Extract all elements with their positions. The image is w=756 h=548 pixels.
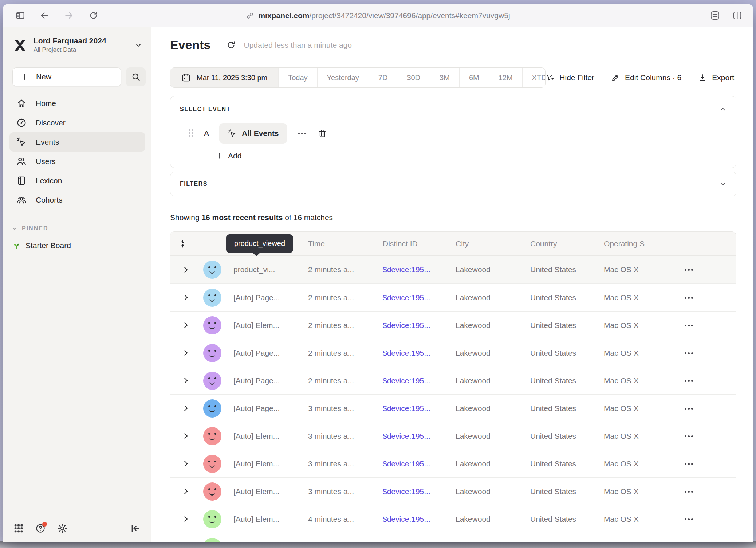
sidebar-item-events[interactable]: Events — [9, 132, 145, 152]
expand-row-icon[interactable] — [182, 406, 188, 411]
sidebar-item-discover[interactable]: Discover — [9, 113, 145, 132]
preset-today[interactable]: Today — [278, 68, 317, 87]
expand-row-icon[interactable] — [182, 267, 188, 273]
preset-3m[interactable]: 3M — [430, 68, 459, 87]
gear-icon[interactable] — [57, 523, 68, 534]
collapse-sidebar-icon[interactable] — [130, 523, 141, 534]
cell-distinct-id[interactable]: $device:195... — [377, 515, 450, 524]
preset-30d[interactable]: 30D — [397, 68, 430, 87]
expand-row-icon[interactable] — [182, 295, 188, 301]
sidebar-item-home[interactable]: Home — [9, 94, 145, 113]
cell-distinct-id[interactable]: $device:195... — [377, 349, 450, 357]
add-event-button[interactable]: Add — [216, 152, 727, 160]
row-actions-icon[interactable] — [685, 432, 697, 441]
expand-row-icon[interactable] — [182, 516, 188, 522]
row-actions-icon[interactable] — [685, 404, 697, 413]
drag-handle[interactable] — [189, 129, 194, 137]
cell-os: Mac OS X — [598, 459, 676, 468]
address-bar[interactable]: mixpanel.com/project/3472420/view/397469… — [246, 4, 510, 27]
sidebar-item-lexicon[interactable]: Lexicon — [9, 171, 145, 190]
chevron-down-icon[interactable] — [719, 180, 727, 188]
reload-icon[interactable] — [88, 11, 98, 20]
pinned-section-header[interactable]: PINNED — [12, 225, 151, 232]
table-row[interactable]: [Auto] Page... 2 minutes a... $device:19… — [170, 283, 736, 311]
refresh-icon[interactable] — [226, 40, 236, 50]
help-button[interactable] — [35, 523, 46, 534]
table-row[interactable]: [Auto] Elem... 3 minutes a... $device:19… — [170, 422, 736, 450]
workspace-switcher[interactable]: Lord Farquaad 2024 All Project Data — [12, 36, 142, 54]
cohorts-icon — [16, 195, 27, 206]
event-avatar — [203, 427, 221, 445]
table-row[interactable]: [Auto] Page... 2 minutes a... $device:19… — [170, 339, 736, 367]
apps-grid-icon[interactable] — [13, 523, 24, 534]
table-row[interactable]: [Auto] Elem... 2 minutes a... $device:19… — [170, 311, 736, 339]
cell-os: Mac OS X — [598, 293, 676, 302]
export-button[interactable]: Export — [698, 73, 734, 82]
table-row[interactable] — [170, 533, 736, 542]
cell-city: Lakewood — [450, 432, 525, 441]
sidebar-item-cohorts[interactable]: Cohorts — [9, 190, 145, 210]
cell-event: [Auto] Page... — [228, 349, 303, 357]
split-view-icon[interactable] — [732, 11, 742, 20]
preset-7d[interactable]: 7D — [369, 68, 397, 87]
expand-row-icon[interactable] — [182, 322, 188, 328]
row-actions-icon[interactable] — [685, 293, 697, 302]
collapse-rows-icon[interactable] — [178, 239, 187, 248]
col-city: City — [450, 239, 525, 248]
row-actions-icon[interactable] — [685, 515, 697, 524]
calendar-icon — [181, 73, 191, 82]
cell-distinct-id[interactable]: $device:195... — [377, 293, 450, 302]
cell-distinct-id[interactable]: $device:195... — [377, 459, 450, 468]
back-icon[interactable] — [40, 11, 50, 20]
expand-row-icon[interactable] — [182, 461, 188, 467]
more-options-icon[interactable] — [297, 128, 308, 139]
preset-yesterday[interactable]: Yesterday — [317, 68, 369, 87]
table-row[interactable]: product_vi... 2 minutes a... $device:195… — [170, 256, 736, 283]
table-row[interactable]: [Auto] Page... 3 minutes a... $device:19… — [170, 394, 736, 422]
cell-time: 2 minutes a... — [303, 321, 377, 330]
row-actions-icon[interactable] — [685, 459, 697, 468]
table-row[interactable]: [Auto] Elem... 3 minutes a... $device:19… — [170, 477, 736, 505]
trash-icon[interactable] — [318, 129, 327, 138]
preset-6m[interactable]: 6M — [459, 68, 489, 87]
table-row[interactable]: [Auto] Elem... 4 minutes a... $device:19… — [170, 505, 736, 533]
cell-city: Lakewood — [450, 515, 525, 524]
table-row[interactable]: [Auto] Elem... 3 minutes a... $device:19… — [170, 450, 736, 477]
cell-city: Lakewood — [450, 293, 525, 302]
expand-row-icon[interactable] — [182, 433, 188, 439]
search-button[interactable] — [126, 67, 146, 86]
sidebar-item-users[interactable]: Users — [9, 152, 145, 171]
table-row[interactable]: [Auto] Page... 2 minutes a... $device:19… — [170, 367, 736, 394]
forward-icon[interactable] — [64, 11, 74, 20]
seedling-icon — [12, 241, 21, 250]
cell-distinct-id[interactable]: $device:195... — [377, 404, 450, 413]
preset-12m[interactable]: 12M — [489, 68, 522, 87]
cell-distinct-id[interactable]: $device:195... — [377, 432, 450, 441]
chevron-up-icon[interactable] — [719, 106, 727, 113]
pinned-item-label: Starter Board — [25, 241, 71, 250]
row-actions-icon[interactable] — [685, 376, 697, 385]
cell-distinct-id[interactable]: $device:195... — [377, 321, 450, 330]
cell-distinct-id[interactable]: $device:195... — [377, 487, 450, 496]
new-button[interactable]: New — [12, 67, 121, 86]
cell-distinct-id[interactable]: $device:195... — [377, 265, 450, 274]
expand-row-icon[interactable] — [182, 378, 188, 384]
event-avatar — [203, 372, 221, 390]
row-actions-icon[interactable] — [685, 487, 697, 496]
event-selector-chip[interactable]: All Events — [219, 123, 287, 144]
sidebar-item-starter-board[interactable]: Starter Board — [12, 241, 151, 250]
hide-filter-button[interactable]: Hide Filter — [546, 73, 594, 82]
page-settings-icon[interactable] — [710, 11, 720, 20]
results-summary: Showing 16 most recent results of 16 mat… — [170, 213, 734, 222]
cell-distinct-id[interactable]: $device:195... — [377, 376, 450, 385]
sidebar-toggle-icon[interactable] — [15, 11, 25, 20]
row-actions-icon[interactable] — [685, 321, 697, 330]
preset-xtd[interactable]: XTD — [522, 68, 546, 87]
expand-row-icon[interactable] — [182, 489, 188, 494]
expand-row-icon[interactable] — [182, 350, 188, 356]
pinned-label: PINNED — [22, 225, 48, 232]
edit-columns-button[interactable]: Edit Columns · 6 — [611, 73, 681, 82]
row-actions-icon[interactable] — [685, 265, 697, 274]
row-actions-icon[interactable] — [685, 349, 697, 357]
date-range-picker[interactable]: Mar 11, 2025 3:30 pm — [170, 68, 278, 87]
